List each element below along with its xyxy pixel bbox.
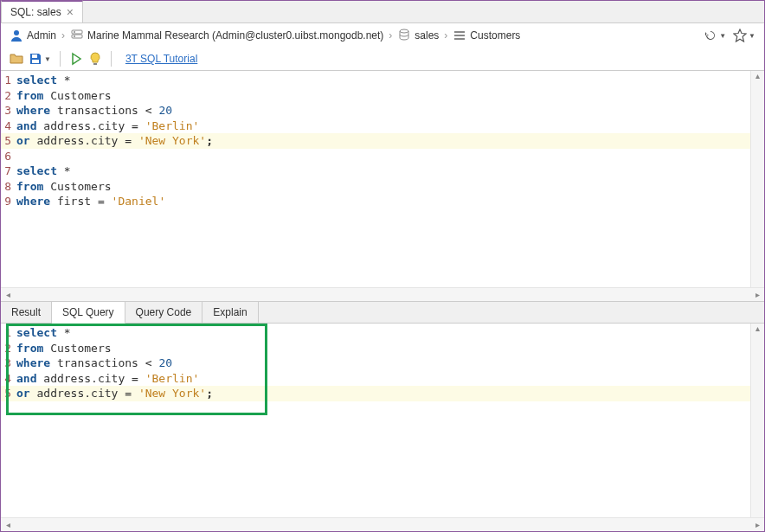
line-number: 3: [1, 356, 16, 371]
app-window: SQL: sales × Admin › Marine Mammal Resea…: [0, 0, 765, 532]
code-text: or address.city = 'New York';: [16, 386, 764, 401]
code-line: 7select *: [1, 163, 764, 179]
close-icon[interactable]: ×: [67, 6, 74, 18]
user-icon: [10, 29, 23, 42]
lightbulb-icon: [88, 52, 102, 66]
chevron-right-icon: ›: [444, 29, 447, 42]
svg-rect-9: [32, 54, 37, 58]
crumb-user[interactable]: Admin: [10, 29, 56, 42]
code-text: where transactions < 20: [16, 356, 764, 371]
code-line: 4and address.city = 'Berlin': [1, 371, 764, 387]
result-tab-explain[interactable]: Explain: [202, 302, 258, 323]
code-line: 4and address.city = 'Berlin': [1, 119, 764, 134]
line-number: 1: [1, 73, 16, 88]
scroll-up-icon: ▴: [755, 324, 760, 333]
code-text: select *: [16, 325, 764, 341]
breadcrumb: Admin › Marine Mammal Research (Admin@cl…: [10, 29, 700, 42]
chevron-down-icon: ▼: [749, 32, 755, 40]
sql-editor[interactable]: 1select *2from Customers3where transacti…: [1, 71, 764, 287]
database-icon: [397, 29, 411, 42]
svg-point-5: [400, 29, 408, 33]
code-line: 6: [1, 149, 764, 164]
chevron-down-icon: ▼: [44, 55, 51, 63]
code-line: 8from Customers: [1, 179, 764, 195]
tab-sql-sales[interactable]: SQL: sales ×: [1, 0, 83, 22]
code-line: 5or address.city = 'New York';: [1, 133, 764, 149]
line-number: 7: [1, 163, 16, 179]
code-line: 1select *: [1, 325, 764, 341]
line-number: 2: [1, 88, 16, 104]
horizontal-scrollbar[interactable]: ◂ ▸: [1, 517, 764, 531]
line-number: 4: [1, 371, 16, 387]
separator: [111, 51, 112, 67]
code-line: 1select *: [1, 73, 764, 88]
svg-rect-8: [454, 38, 465, 40]
chevron-down-icon: ▼: [719, 32, 726, 40]
code-line: 3where transactions < 20: [1, 356, 764, 371]
svg-rect-6: [454, 31, 465, 33]
line-number: 9: [1, 194, 16, 209]
svg-point-0: [14, 30, 19, 35]
line-number: 4: [1, 119, 16, 134]
svg-point-3: [74, 31, 75, 33]
folder-open-icon: [10, 52, 23, 66]
crumb-database[interactable]: sales: [397, 29, 439, 42]
result-tab-sql-query[interactable]: SQL Query: [52, 302, 125, 324]
crumb-connection[interactable]: Marine Mammal Research (Admin@cluster0.u…: [70, 29, 383, 42]
code-text: from Customers: [16, 179, 764, 195]
code-text: and address.city = 'Berlin': [16, 371, 764, 387]
result-sql-viewer[interactable]: 1select *2from Customers3where transacti…: [1, 324, 764, 517]
results-tabbar: ResultSQL QueryQuery CodeExplain: [1, 302, 764, 324]
code-text: or address.city = 'New York';: [16, 133, 764, 149]
hint-button[interactable]: [88, 52, 102, 66]
code-line: 9where first = 'Daniel': [1, 194, 764, 209]
crumb-collection[interactable]: Customers: [453, 29, 520, 42]
editor-pane: 1select *2from Customers3where transacti…: [1, 71, 764, 302]
code-text: select *: [16, 73, 764, 88]
code-text: where first = 'Daniel': [16, 194, 764, 209]
save-icon: [29, 52, 42, 66]
svg-rect-2: [72, 35, 82, 38]
star-icon: [733, 29, 747, 42]
code-line: 2from Customers: [1, 88, 764, 104]
line-number: 5: [1, 386, 16, 401]
code-text: select *: [16, 163, 764, 179]
run-button[interactable]: [69, 52, 83, 66]
code-text: and address.city = 'Berlin': [16, 119, 764, 134]
history-button[interactable]: ▼: [704, 29, 726, 42]
result-tab-result[interactable]: Result: [1, 302, 52, 323]
play-icon: [69, 52, 83, 66]
scroll-right-icon: ▸: [750, 520, 764, 529]
chevron-right-icon: ›: [61, 29, 65, 42]
horizontal-scrollbar[interactable]: ◂ ▸: [1, 287, 764, 301]
code-line: 2from Customers: [1, 341, 764, 356]
line-number: 8: [1, 179, 16, 195]
toolbar: ▼ 3T SQL Tutorial: [1, 48, 764, 71]
history-icon: [704, 29, 717, 42]
editor-tabbar: SQL: sales ×: [1, 1, 764, 23]
scroll-up-icon: ▴: [755, 71, 760, 80]
code-text: where transactions < 20: [16, 103, 764, 119]
scroll-left-icon: ◂: [1, 290, 15, 299]
separator: [60, 51, 61, 67]
line-number: 1: [1, 325, 16, 341]
result-pane: 1select *2from Customers3where transacti…: [1, 324, 764, 531]
code-line: 5or address.city = 'New York';: [1, 386, 764, 401]
result-tab-query-code[interactable]: Query Code: [125, 302, 203, 323]
vertical-scrollbar[interactable]: ▴: [750, 324, 764, 517]
save-button[interactable]: ▼: [29, 52, 51, 66]
open-button[interactable]: [10, 52, 23, 66]
chevron-right-icon: ›: [389, 29, 392, 42]
breadcrumb-bar: Admin › Marine Mammal Research (Admin@cl…: [1, 23, 764, 48]
tutorial-link[interactable]: 3T SQL Tutorial: [125, 53, 197, 65]
server-icon: [70, 29, 84, 42]
breadcrumb-actions: ▼ ▼: [704, 29, 755, 42]
code-text: from Customers: [16, 341, 764, 356]
vertical-scrollbar[interactable]: ▴: [750, 71, 764, 287]
svg-rect-1: [72, 30, 82, 34]
collection-icon: [453, 29, 466, 42]
svg-rect-7: [454, 35, 465, 36]
line-number: 3: [1, 103, 16, 119]
code-text: from Customers: [16, 88, 764, 104]
favorite-button[interactable]: ▼: [733, 29, 755, 42]
